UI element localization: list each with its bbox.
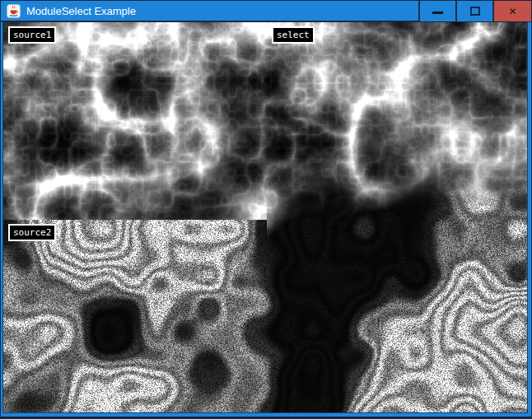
window-bottom-edge [1, 417, 531, 418]
titlebar[interactable]: ModuleSelect Example ✕ [1, 1, 531, 21]
maximize-button[interactable] [455, 1, 492, 21]
source1-label: source1 [8, 26, 56, 44]
window-controls: ✕ [418, 1, 531, 21]
render-area: source1 select source2 [3, 22, 527, 412]
minimize-button[interactable] [418, 1, 455, 21]
close-button[interactable]: ✕ [492, 1, 531, 21]
close-icon: ✕ [508, 7, 516, 16]
select-label: select [272, 26, 315, 44]
source1-image [3, 22, 267, 220]
java-coffee-cup-icon [7, 4, 21, 18]
source2-image [3, 220, 267, 412]
source2-label: source2 [8, 224, 56, 241]
minimize-icon [432, 12, 443, 14]
app-window: ModuleSelect Example ✕ source1 select so… [0, 0, 532, 419]
window-title: ModuleSelect Example [26, 5, 136, 17]
maximize-icon [470, 7, 480, 16]
